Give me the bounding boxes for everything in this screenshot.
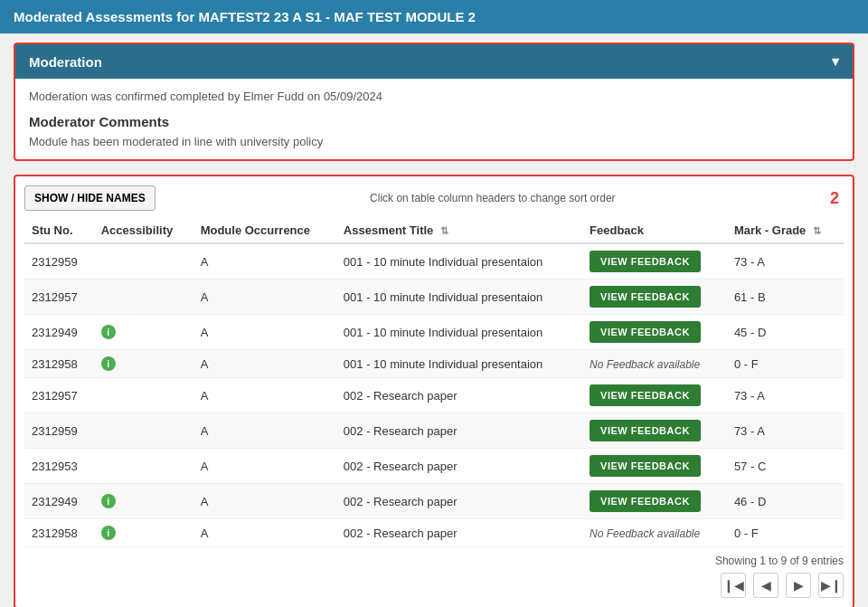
col-module-occurrence[interactable]: Module Occurrence — [193, 218, 336, 243]
cell-feedback: VIEW FEEDBACK — [582, 315, 727, 350]
col-stu-no[interactable]: Stu No. — [24, 218, 94, 243]
info-icon: i — [101, 325, 116, 339]
cell-assessment-title: 001 - 10 minute Individual presentaion — [336, 315, 582, 350]
next-page-btn[interactable]: ▶ — [786, 573, 811, 598]
table-row: 2312959A001 - 10 minute Individual prese… — [24, 243, 844, 280]
table-row: 2312958iA002 - Research paperNo Feedback… — [24, 519, 844, 547]
cell-accessibility: i — [94, 519, 193, 547]
cell-module-occurrence: A — [193, 280, 336, 315]
cell-mark-grade: 73 - A — [727, 378, 844, 413]
cell-accessibility — [94, 243, 193, 280]
cell-stu-no: 2312953 — [24, 449, 94, 484]
moderation-header[interactable]: Moderation ▾ — [15, 44, 853, 79]
cell-mark-grade: 45 - D — [727, 315, 844, 350]
cell-assessment-title: 001 - 10 minute Individual presentaion — [336, 350, 582, 378]
col-feedback[interactable]: Feedback — [582, 218, 727, 243]
sort-hint: Click on table column headers to change … — [165, 192, 821, 204]
label-2: 2 — [830, 189, 844, 208]
cell-stu-no: 2312958 — [24, 350, 94, 378]
moderation-panel: Moderation ▾ Moderation was confirmed co… — [14, 43, 854, 161]
view-feedback-button[interactable]: VIEW FEEDBACK — [590, 286, 701, 308]
view-feedback-button[interactable]: VIEW FEEDBACK — [590, 490, 701, 512]
table-section: SHOW / HIDE NAMES Click on table column … — [14, 175, 854, 607]
cell-stu-no: 2312949 — [24, 484, 94, 519]
cell-mark-grade: 46 - D — [727, 484, 844, 519]
cell-accessibility: i — [94, 350, 193, 378]
info-icon: i — [101, 494, 116, 508]
cell-mark-grade: 73 - A — [727, 413, 844, 449]
cell-module-occurrence: A — [193, 243, 336, 280]
cell-assessment-title: 002 - Research paper — [336, 519, 582, 547]
col-assessment-title[interactable]: Assesment Title ⇅ — [336, 218, 582, 243]
view-feedback-button[interactable]: VIEW FEEDBACK — [590, 321, 701, 343]
cell-accessibility — [94, 449, 193, 484]
cell-mark-grade: 73 - A — [727, 243, 844, 280]
cell-module-occurrence: A — [193, 378, 336, 413]
info-icon: i — [101, 356, 116, 371]
view-feedback-button[interactable]: VIEW FEEDBACK — [590, 455, 701, 477]
cell-accessibility: i — [94, 315, 193, 350]
moderation-body: Moderation was confirmed completed by El… — [15, 79, 853, 159]
table-row: 2312949iA001 - 10 minute Individual pres… — [24, 315, 844, 350]
cell-stu-no: 2312957 — [24, 280, 94, 315]
cell-feedback: VIEW FEEDBACK — [582, 243, 727, 280]
showing-text: Showing 1 to 9 of 9 entries — [24, 555, 844, 567]
cell-mark-grade: 0 - F — [727, 350, 844, 378]
cell-feedback: VIEW FEEDBACK — [582, 413, 727, 449]
moderator-comments-text: Module has been moderated in line with u… — [29, 135, 839, 148]
cell-feedback: VIEW FEEDBACK — [582, 378, 727, 413]
page-title: Moderated Assessments for MAFTEST2 23 A … — [14, 9, 476, 24]
table-controls: SHOW / HIDE NAMES Click on table column … — [24, 185, 844, 211]
table-header-row: Stu No. Accessibility Module Occurrence … — [24, 218, 844, 243]
view-feedback-button[interactable]: VIEW FEEDBACK — [590, 420, 701, 441]
cell-mark-grade: 0 - F — [727, 519, 844, 547]
cell-mark-grade: 57 - C — [727, 449, 844, 484]
table-row: 2312957A002 - Research paperVIEW FEEDBAC… — [24, 378, 844, 413]
info-icon: i — [101, 526, 116, 540]
cell-assessment-title: 002 - Research paper — [336, 378, 582, 413]
view-feedback-button[interactable]: VIEW FEEDBACK — [590, 251, 701, 272]
cell-feedback: No Feedback available — [582, 519, 727, 547]
table-row: 2312959A002 - Research paperVIEW FEEDBAC… — [24, 413, 844, 449]
page-header: Moderated Assessments for MAFTEST2 23 A … — [0, 0, 868, 33]
moderation-confirmed-text: Moderation was confirmed completed by El… — [29, 90, 839, 103]
cell-stu-no: 2312959 — [24, 243, 94, 280]
table-row: 2312958iA001 - 10 minute Individual pres… — [24, 350, 844, 378]
cell-module-occurrence: A — [193, 484, 336, 519]
cell-module-occurrence: A — [193, 449, 336, 484]
cell-feedback: VIEW FEEDBACK — [582, 280, 727, 315]
cell-accessibility — [94, 280, 193, 315]
cell-stu-no: 2312958 — [24, 519, 94, 547]
mark-sort-icon: ⇅ — [813, 225, 821, 237]
cell-assessment-title: 001 - 10 minute Individual presentaion — [336, 243, 582, 280]
moderation-title: Moderation — [29, 54, 102, 70]
prev-page-btn[interactable]: ◀ — [753, 573, 778, 598]
col-mark-grade[interactable]: Mark - Grade ⇅ — [727, 218, 844, 243]
assessment-sort-icon: ⇅ — [440, 225, 448, 237]
table-row: 2312949iA002 - Research paperVIEW FEEDBA… — [24, 484, 844, 519]
cell-module-occurrence: A — [193, 519, 336, 547]
cell-module-occurrence: A — [193, 350, 336, 378]
cell-assessment-title: 002 - Research paper — [336, 484, 582, 519]
col-accessibility[interactable]: Accessibility — [94, 218, 193, 243]
moderator-comments-title: Moderator Comments — [29, 114, 839, 129]
cell-assessment-title: 001 - 10 minute Individual presentaion — [336, 280, 582, 315]
view-feedback-button[interactable]: VIEW FEEDBACK — [590, 384, 701, 406]
table-row: 2312957A001 - 10 minute Individual prese… — [24, 280, 844, 315]
last-page-btn[interactable]: ▶❙ — [818, 573, 844, 598]
cell-accessibility — [94, 413, 193, 449]
show-hide-names-button[interactable]: SHOW / HIDE NAMES — [24, 185, 156, 211]
cell-stu-no: 2312957 — [24, 378, 94, 413]
cell-accessibility: i — [94, 484, 193, 519]
collapse-icon: ▾ — [832, 53, 839, 70]
cell-assessment-title: 002 - Research paper — [336, 413, 582, 449]
no-feedback-text: No Feedback available — [590, 358, 700, 371]
cell-module-occurrence: A — [193, 315, 336, 350]
cell-assessment-title: 002 - Research paper — [336, 449, 582, 484]
assessments-table: Stu No. Accessibility Module Occurrence … — [24, 218, 844, 547]
table-row: 2312953A002 - Research paperVIEW FEEDBAC… — [24, 449, 844, 484]
cell-stu-no: 2312959 — [24, 413, 94, 449]
cell-feedback: VIEW FEEDBACK — [582, 484, 727, 519]
first-page-btn[interactable]: ❙◀ — [721, 573, 746, 598]
cell-feedback: VIEW FEEDBACK — [582, 449, 727, 484]
